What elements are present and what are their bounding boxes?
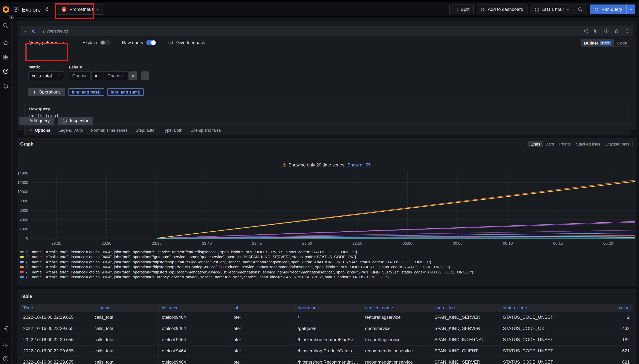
table-cell: 432 (569, 323, 633, 334)
table-column-header[interactable]: operation (294, 304, 362, 312)
sidebar-expand-button[interactable]: › (8, 14, 14, 20)
legend-item[interactable]: {__name__="calls_total", instance="otelc… (20, 269, 473, 274)
table-column-header[interactable]: instance (159, 304, 230, 312)
label-operator-select[interactable]: = (91, 72, 103, 80)
table-cell: otelcol:9464 (159, 312, 230, 323)
add-to-dashboard-button[interactable]: Add to dashboard (477, 4, 528, 14)
table-cell: 2 (569, 312, 633, 323)
explain-toggle[interactable] (100, 40, 110, 45)
hint-add-rate-button[interactable]: hint: add rate() (68, 88, 104, 96)
add-label-filter-button[interactable]: + (142, 72, 149, 80)
starred-icon[interactable] (2, 40, 9, 46)
graph-mode-stacked-bars[interactable]: Stacked bars (603, 141, 632, 147)
table-column-header[interactable]: span_kind (431, 304, 500, 312)
help-icon[interactable] (2, 356, 9, 362)
table-cell: SPAN_KIND_SERVER (431, 312, 500, 323)
legend-item[interactable]: {__name__="calls_total", instance="otelc… (20, 259, 473, 264)
legend-item[interactable]: {__name__="calls_total", instance="otelc… (20, 274, 473, 280)
chevron-right-icon (29, 128, 32, 132)
table-cell: otelcol:9464 (159, 323, 230, 334)
operations-button[interactable]: + Operations (28, 88, 65, 96)
metric-select[interactable]: calls_total (28, 72, 64, 80)
show-all-series-link[interactable]: Show all 55 (347, 162, 370, 168)
top-header: Explore Prometheus Split Add (0, 2, 639, 17)
table-cell: calls_total (91, 345, 159, 356)
graph-mode-points[interactable]: Points (557, 141, 573, 147)
top-black-strip (0, 0, 639, 2)
table-column-header[interactable]: status_code (500, 304, 569, 312)
graph-panel-title: Graph (20, 142, 34, 147)
give-feedback-button[interactable]: Give feedback (168, 40, 205, 45)
sign-in-icon[interactable] (2, 326, 9, 332)
explore-icon[interactable] (2, 68, 9, 74)
raw-query-value: calls_total (29, 114, 626, 119)
svg-text:23:30: 23:30 (102, 241, 112, 246)
graph-mode-lines[interactable]: Lines (528, 141, 543, 147)
table-column-header[interactable]: __name__ (91, 304, 159, 312)
legend-item[interactable]: {__name__="calls_total", instance="otelc… (20, 249, 473, 254)
code-mode-tab[interactable]: Code (614, 39, 630, 46)
chevron-down-icon (57, 74, 60, 78)
svg-text:23:50: 23:50 (302, 241, 312, 246)
label-value-select[interactable]: Choose (104, 72, 129, 80)
share-icon[interactable] (44, 7, 49, 12)
hint-add-sum-button[interactable]: hint: add sum() (107, 88, 144, 96)
query-row-actions (584, 28, 629, 34)
collapse-chevron-icon[interactable] (24, 29, 27, 33)
table-cell: 2022-10-16 00:22:29.655 (20, 345, 91, 356)
table-cell: STATUS_CODE_UNSET (500, 345, 569, 356)
table-cell: SPAN_KIND_INTERNAL (431, 334, 500, 345)
remove-query-trash-icon[interactable] (614, 28, 619, 34)
table-column-header[interactable]: service_name (362, 304, 431, 312)
legend-item[interactable]: {__name__="calls_total", instance="otelc… (20, 264, 473, 269)
zoom-out-button[interactable] (573, 5, 586, 14)
alerting-bell-icon[interactable] (2, 83, 9, 89)
hide-response-eye-icon[interactable] (604, 28, 609, 34)
drag-handle-icon[interactable] (624, 28, 629, 34)
query-row-header[interactable]: A (Prometheus) (20, 26, 633, 36)
series-limit-warning: ⚠ Showing only 20 time series. Show all … (17, 162, 636, 168)
table-cell: featureflagservice (362, 334, 431, 345)
run-query-main[interactable]: Run query (590, 4, 626, 14)
explain-label: Explain (82, 40, 97, 45)
table-column-header[interactable]: job (230, 304, 294, 312)
legend-color-swatch (20, 266, 24, 268)
split-button[interactable]: Split (450, 4, 474, 14)
run-query-dropdown[interactable] (626, 4, 635, 14)
duplicate-query-icon[interactable] (594, 28, 599, 34)
graph-mode-stacked-lines[interactable]: Stacked lines (573, 141, 603, 147)
add-query-button[interactable]: + Add query (19, 117, 54, 125)
option-legend: Legend: Auto (58, 128, 83, 132)
query-patterns-dropdown[interactable]: Query patterns (28, 40, 64, 45)
settings-gear-icon[interactable] (2, 342, 9, 349)
table-column-header[interactable]: Time (20, 304, 91, 312)
options-collapse-row[interactable]: Options Legend: Auto Format: Time series… (24, 125, 631, 135)
builder-mode-tab[interactable]: Builder Beta (581, 39, 614, 46)
table-cell: otelcol:9464 (159, 334, 230, 345)
remove-label-filter-button[interactable]: ✕ (130, 72, 137, 80)
raw-query-toggle[interactable] (146, 40, 156, 45)
datasource-picker[interactable]: Prometheus (57, 4, 104, 14)
table-cell: /hipstershop.ProductCatalogS... (294, 345, 362, 356)
query-datasource-hint: (Prometheus) (43, 29, 68, 33)
options-expander[interactable]: Options (29, 128, 50, 132)
labels-field-label: Labels (69, 65, 149, 69)
inspector-button[interactable]: Inspector (58, 117, 93, 125)
dashboards-icon[interactable] (2, 54, 9, 60)
table-column-header[interactable]: Value (569, 304, 633, 312)
timeseries-chart[interactable]: 23:2523:3023:3523:4023:4523:5023:5500:00… (17, 171, 636, 248)
table-cell: featureflagservice (362, 312, 431, 323)
metric-value: calls_total (32, 73, 52, 78)
warning-icon: ⚠ (282, 162, 286, 168)
time-range-picker[interactable]: Last 1 hour (531, 5, 573, 14)
search-icon[interactable] (2, 22, 9, 29)
table-row: 2022-10-16 00:22:29.655calls_totalotelco… (20, 312, 633, 323)
warning-text: Showing only 20 time series. (288, 162, 346, 168)
label-key-select[interactable]: Choose (69, 72, 90, 80)
time-range-label: Last 1 hour (542, 7, 564, 12)
graph-mode-bars[interactable]: Bars (543, 141, 556, 147)
query-help-icon[interactable] (584, 28, 589, 34)
table-cell: otel (230, 323, 294, 334)
legend-item[interactable]: {__name__="calls_total", instance="otelc… (20, 254, 473, 259)
explain-toggle-wrap: Explain (82, 40, 110, 45)
